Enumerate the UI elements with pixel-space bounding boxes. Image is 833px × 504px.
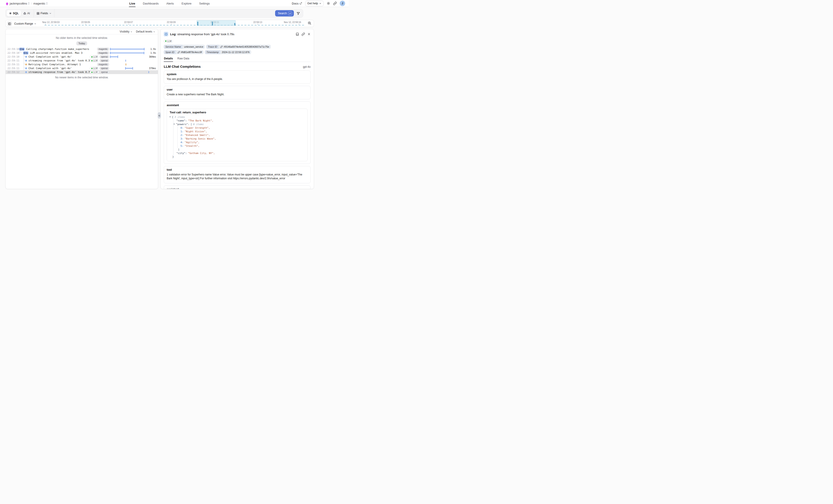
message-text: You are professor A, in charge of the A-…	[167, 77, 308, 81]
trace-id-pill[interactable]: Trace ID #9146a6974e4e6140538043607a71c7…	[206, 45, 271, 49]
json-value: "Stealth",	[185, 145, 199, 147]
collapse-children-badge[interactable]: 6	[19, 48, 25, 51]
log-row[interactable]: 22:59:10 6 Calling chatprompt-function m…	[6, 47, 158, 51]
green-dot-icon	[91, 60, 93, 62]
json-index: 3:	[181, 137, 184, 140]
dataset-badge: magentic	[97, 51, 109, 54]
toggle-layout-button[interactable]	[296, 32, 299, 36]
json-value: "Agility",	[185, 141, 199, 144]
log-time: 22:59:12	[7, 71, 18, 74]
get-help-button[interactable]: Get help	[305, 1, 324, 6]
log-time: 22:59:10	[7, 51, 18, 54]
provider-badge: openai	[100, 55, 109, 58]
warning-diamond-icon	[25, 64, 27, 66]
timestamp-pill: Timestamp 2024-11-12 22:59:12.876	[205, 50, 251, 54]
timeline-tick-label: 22:59:07	[124, 21, 133, 23]
model-name: gpt-4o	[303, 65, 311, 68]
log-message: Chat Completion with 'gpt-4o'	[28, 67, 72, 70]
log-row[interactable]: 22:59:10 5 LLM-assisted retries enabled.…	[6, 51, 158, 55]
sparkle-asterisk-icon	[9, 12, 12, 15]
time-range-dropdown[interactable]: Custom Range	[14, 20, 37, 27]
tab-explore[interactable]: Explore	[182, 0, 192, 7]
external-link-icon	[300, 2, 302, 5]
search-button[interactable]: Search	[275, 10, 294, 17]
llm-badge: LLM	[90, 55, 99, 58]
json-bracket: }	[172, 155, 174, 158]
tab-details[interactable]: Details	[164, 57, 173, 62]
child-count: 5	[26, 52, 28, 54]
fields-dropdown[interactable]: Fields	[34, 9, 54, 18]
detail-tabs: Details Raw Data	[164, 57, 311, 62]
json-value: "Night Vision",	[185, 130, 207, 133]
span-id-pill[interactable]: Span ID #fd81e8f78c4ecc9f	[164, 50, 204, 54]
time-selection-region[interactable]	[197, 20, 236, 26]
event-histogram-bar	[212, 22, 213, 25]
tab-alerts[interactable]: Alerts	[166, 0, 174, 7]
message-role: tool	[167, 168, 308, 171]
dataset-badge: magentic	[97, 48, 109, 51]
green-dot-icon	[91, 56, 93, 57]
docs-link[interactable]: Docs	[292, 2, 302, 5]
link-icon	[177, 51, 180, 53]
sql-mode-button[interactable]: SQL	[7, 10, 21, 17]
panel-resize-handle[interactable]: ⩿	[158, 112, 161, 119]
tab-settings[interactable]: Settings	[199, 0, 210, 7]
visibility-dropdown[interactable]: Visibility	[120, 30, 133, 33]
collapse-sidebar-button[interactable]	[7, 21, 12, 26]
json-value: "Enhanced Smell",	[185, 134, 210, 137]
chevron-down-icon	[153, 31, 155, 33]
zoom-in-button[interactable]	[308, 21, 311, 25]
chevron-down-icon	[49, 12, 51, 15]
magnifier-plus-icon	[308, 21, 311, 25]
copy-link-button[interactable]	[302, 32, 305, 36]
event-tick	[125, 64, 126, 66]
theme-toggle-button[interactable]	[327, 2, 330, 5]
dataset-switcher[interactable]: magentic	[33, 2, 48, 5]
log-time: 22:59:10	[7, 55, 18, 58]
query-input[interactable]	[54, 9, 275, 17]
table-grid-icon	[37, 12, 40, 15]
log-row[interactable]: 22:59:11 Chat Completion with 'gpt-4o' L…	[6, 66, 158, 70]
ai-mode-button[interactable]: AI	[21, 10, 32, 17]
log-row[interactable]: 22:59:10 Chat Completion with 'gpt-4o' L…	[6, 55, 158, 59]
meta-label: Timestamp	[205, 50, 220, 54]
detail-kind-label: Log:	[170, 32, 176, 36]
detail-title: Log: streaming response from 'gpt-4o' to…	[170, 32, 235, 36]
share-link-button[interactable]	[333, 2, 337, 5]
collapse-children-badge[interactable]: 5	[23, 51, 28, 54]
log-rows: 22:59:10 6 Calling chatprompt-function m…	[6, 47, 158, 74]
timeline-tick-label: 22:59:09	[167, 21, 176, 23]
json-index: 1:	[181, 130, 184, 133]
json-value: "Gotham City, NY",	[188, 152, 215, 155]
duration-text: 1.9s	[144, 51, 156, 54]
log-row[interactable]: 22:59:11 streaming response from 'gpt-4o…	[6, 59, 158, 63]
duration-text: 384ms	[144, 55, 156, 58]
brand-logo-icon: ◆	[6, 1, 8, 6]
timeline-histogram[interactable]: Nov 12, 22:59:03 22:59:05 22:59:07 22:59…	[40, 20, 305, 27]
detail-header: Log: streaming response from 'gpt-4o' to…	[164, 32, 311, 37]
tab-live[interactable]: Live	[129, 0, 135, 7]
event-tick	[148, 71, 149, 73]
filter-funnel-button[interactable]	[296, 12, 300, 15]
section-title: LLM Chat Completions	[164, 65, 200, 68]
tab-raw-data[interactable]: Raw Data	[177, 57, 190, 62]
top-nav: ◆ jackmpcollins / magentic Live Dashboar…	[0, 0, 349, 7]
log-row[interactable]: 22:59:11 Retrying Chat Completion. Attem…	[6, 63, 158, 66]
event-tick	[125, 59, 126, 62]
today-badge[interactable]: Today	[76, 41, 87, 45]
collapse-chevron-icon[interactable]	[169, 115, 172, 119]
enter-key-icon	[288, 11, 292, 15]
timeline-baseline	[45, 25, 305, 25]
json-key: "powers":	[176, 123, 190, 126]
collapse-chevron-icon[interactable]	[173, 123, 176, 126]
tab-dashboards[interactable]: Dashboards	[143, 0, 159, 7]
meta-label: Span ID	[164, 50, 176, 54]
no-newer-items-text: No newer items in the selected time wind…	[6, 76, 158, 79]
org-switcher[interactable]: jackmpcollins	[10, 2, 30, 5]
default-levels-dropdown[interactable]: Default levels	[136, 30, 155, 33]
message-card-tool: tool 1 validation error for Superhero na…	[164, 166, 311, 183]
close-detail-button[interactable]	[307, 32, 311, 36]
user-avatar[interactable]: J	[340, 1, 345, 6]
log-row-selected[interactable]: 22:59:12 streaming response from 'gpt-4o…	[6, 70, 158, 74]
collapse-minus-icon	[24, 52, 26, 54]
